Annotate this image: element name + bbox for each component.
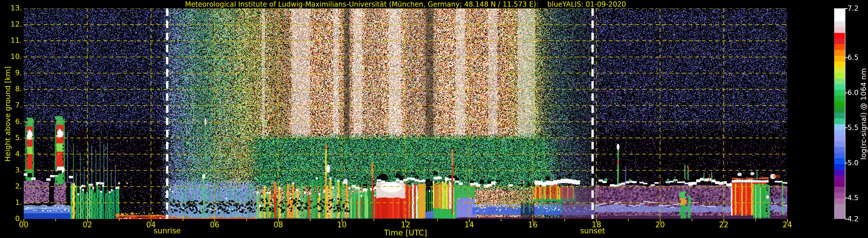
x-major-tick <box>787 219 788 223</box>
colorbar-segment <box>834 187 845 193</box>
colorbar-tick-label: 5.5 <box>847 124 859 131</box>
colorbar-segment <box>834 62 845 67</box>
colorbar-tickmark <box>845 127 847 128</box>
colorbar-segment <box>834 158 845 164</box>
colorbar-segment <box>834 147 845 153</box>
x-minor-tick <box>755 219 756 221</box>
colorbar-segment <box>834 135 845 141</box>
colorbar-tickmark <box>845 198 847 198</box>
x-major-tick <box>469 219 470 223</box>
x-minor-tick <box>691 219 692 221</box>
colorbar-segment <box>834 67 845 73</box>
colorbar-segment <box>834 141 845 147</box>
x-major-tick <box>214 219 215 223</box>
colorbar-segment <box>834 33 845 39</box>
x-major-tick <box>405 219 406 223</box>
colorbar-segment <box>834 50 845 56</box>
colorbar-segment <box>834 73 845 78</box>
y-tick-label: 2. <box>0 182 22 190</box>
colorbar-segment <box>834 44 845 50</box>
x-minor-tick <box>564 219 565 221</box>
colorbar-tickmark <box>845 163 847 164</box>
y-tick-label: 1. <box>0 199 22 206</box>
x-major-tick <box>596 219 597 223</box>
colorbar-segment <box>834 164 845 170</box>
colorbar-tick-label: 6.0 <box>847 89 859 97</box>
colorbar-segment <box>834 96 845 101</box>
x-major-tick <box>532 219 533 223</box>
x-major-tick <box>342 219 342 223</box>
colorbar-segment <box>834 90 845 96</box>
colorbar-segment <box>834 8 845 21</box>
colorbar-segment <box>834 198 845 204</box>
colorbar-tick-label: 4.2 <box>847 215 859 223</box>
colorbar-segment <box>834 101 845 107</box>
colorbar-segment <box>834 130 845 136</box>
colorbar-tick-label: 6.5 <box>847 54 859 61</box>
colorbar-segment <box>834 21 845 27</box>
colorbar-segment <box>834 39 845 44</box>
colorbar-segment <box>834 153 845 159</box>
colorbar-tickmark <box>845 8 847 9</box>
colorbar-tickmark <box>845 93 847 93</box>
sunrise-label: sunrise <box>154 227 181 235</box>
colorbar-tick-label: 4.5 <box>847 194 859 202</box>
colorbar-segment <box>834 78 845 84</box>
colorbar-segment <box>834 27 845 33</box>
colorbar-segment <box>834 107 845 113</box>
x-minor-tick <box>501 219 501 221</box>
x-minor-tick <box>55 219 56 221</box>
x-minor-tick <box>628 219 629 221</box>
x-major-tick <box>723 219 724 223</box>
x-minor-tick <box>119 219 120 221</box>
x-minor-tick <box>373 219 374 221</box>
colorbar-segment <box>834 193 845 198</box>
colorbar-segment <box>834 124 845 130</box>
x-minor-tick <box>183 219 183 221</box>
colorbar-segment <box>834 56 845 62</box>
x-major-tick <box>24 219 24 223</box>
x-major-tick <box>87 219 88 223</box>
colorbar-tick-label: 7.2 <box>847 5 859 12</box>
colorbar-spine <box>845 8 845 219</box>
colorbar-segment <box>834 181 845 187</box>
x-major-tick <box>151 219 152 223</box>
y-tick-label: 13. <box>0 4 22 12</box>
y-tick-label: 12. <box>0 21 22 28</box>
colorbar-tickmark <box>845 219 847 219</box>
colorbar-segment <box>834 84 845 90</box>
sunset-label: sunset <box>580 227 605 235</box>
lidar-heatmap-canvas <box>24 8 787 219</box>
colorbar-segment <box>834 204 845 219</box>
colorbar <box>834 8 845 219</box>
y-axis-title: Height above ground [km] <box>3 56 12 172</box>
colorbar-tickmark <box>845 57 847 58</box>
page-title: Meteorological Institute of Ludwig-Maxim… <box>185 0 626 8</box>
colorbar-segment <box>834 176 845 181</box>
colorbar-tick-label: 5.0 <box>847 159 859 167</box>
x-minor-tick <box>310 219 311 221</box>
x-major-tick <box>660 219 661 223</box>
y-tick-label: 11. <box>0 37 22 44</box>
x-axis-title: Time [UTC] <box>384 228 427 237</box>
colorbar-title: log(rc-signal) @ 1064 nm <box>859 56 868 172</box>
colorbar-segment <box>834 118 845 124</box>
colorbar-segment <box>834 170 845 176</box>
x-minor-tick <box>246 219 247 221</box>
x-major-tick <box>278 219 279 223</box>
lidar-quicklook-page: Meteorological Institute of Ludwig-Maxim… <box>0 0 868 238</box>
colorbar-segment <box>834 113 845 118</box>
x-minor-tick <box>437 219 438 221</box>
